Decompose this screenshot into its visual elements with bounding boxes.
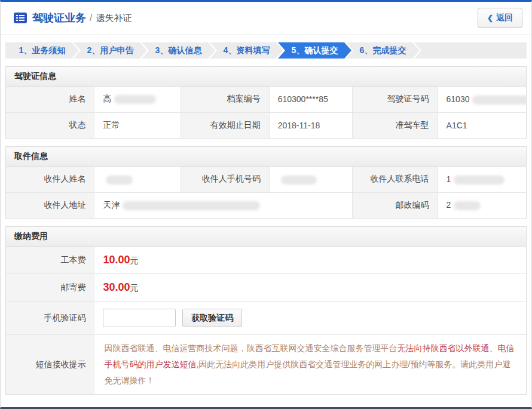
- expiry-label: 有效期止日期: [181, 112, 269, 138]
- name-value: 高: [94, 87, 181, 112]
- step-1-business-notice: 1、业务须知: [5, 42, 79, 59]
- step-5-confirm-submit-active: 5、确认提交: [278, 42, 351, 59]
- pickup-section-title: 取件信息: [6, 147, 526, 167]
- name-value-text: 高: [103, 94, 111, 103]
- recipient-address-value: 天津: [94, 192, 352, 218]
- recipient-mobile-label: 收件人手机号码: [181, 167, 269, 192]
- file-no-label: 档案编号: [181, 87, 269, 112]
- recipient-phone-value: 1: [438, 167, 526, 192]
- redacted-value: [454, 176, 505, 184]
- steps-bar: 1、业务须知 2、用户申告 3、确认信息 4、资料填写 5、确认提交 6、完成提…: [5, 42, 527, 59]
- pickup-info-table: 收件人姓名 收件人手机号码 收件人联系电话 1 收件人地址 天津 邮政编码 2: [6, 167, 526, 218]
- postage-fee-value: 30.00元: [94, 274, 526, 302]
- sms-notice-label: 短信接收提示: [6, 335, 94, 395]
- license-no-value: 61030: [438, 87, 526, 112]
- back-button-label: 返回: [496, 13, 513, 23]
- pickup-info-section: 取件信息 收件人姓名 收件人手机号码 收件人联系电话 1 收件人地址 天津 邮政…: [5, 146, 527, 219]
- recipient-phone-label: 收件人联系电话: [352, 167, 438, 192]
- page-title: 驾驶证业务: [32, 11, 86, 25]
- postal-code-value-text: 2: [447, 200, 451, 210]
- redacted-value: [281, 176, 317, 184]
- step-label: 6、完成提交: [360, 45, 406, 56]
- production-fee-amount: 10.00: [103, 254, 130, 266]
- redacted-value: [123, 201, 260, 210]
- sms-code-input[interactable]: [103, 309, 176, 327]
- vehicle-class-value: A1C1: [438, 112, 526, 138]
- license-section-title: 驾驶证信息: [6, 67, 526, 87]
- recipient-address-label: 收件人地址: [6, 192, 94, 218]
- redacted-value: [472, 96, 526, 104]
- sms-code-label: 手机验证码: [6, 302, 94, 335]
- table-row: 工本费 10.00元: [6, 247, 526, 274]
- sms-code-row: 获取验证码: [94, 302, 526, 335]
- redacted-value: [454, 201, 481, 210]
- footer-actions: 上一步 完成: [1, 395, 531, 409]
- chevron-left-icon: ❮: [487, 14, 493, 22]
- step-2-user-declaration: 2、用户申告: [74, 42, 147, 59]
- sms-notice-text: 因陕西省联通、电信运营商技术问题，陕西省互联网交通安全综合服务管理平台无法向持陕…: [94, 335, 526, 395]
- postage-fee-amount: 30.00: [103, 281, 130, 293]
- sms-notice-part1: 因陕西省联通、电信运营商技术问题，陕西省互联网交通安全综合服务管理平台: [104, 343, 397, 353]
- postal-code-label: 邮政编码: [352, 192, 438, 218]
- postal-code-value: 2: [438, 192, 526, 218]
- recipient-address-value-text: 天津: [103, 200, 120, 210]
- recipient-name-value: [94, 167, 181, 192]
- status-value: 正常: [94, 112, 181, 138]
- vehicle-class-label: 准驾车型: [352, 112, 438, 138]
- table-row: 邮寄费 30.00元: [6, 274, 526, 302]
- production-fee-label: 工本费: [6, 247, 94, 274]
- table-row: 状态 正常 有效期止日期 2018-11-18 准驾车型 A1C1: [6, 112, 526, 138]
- table-row: 姓名 高 档案编号 610300****85 驾驶证号码 61030: [6, 87, 526, 112]
- steps-bar-filler: [414, 42, 527, 59]
- page: 驾驶证业务 / 遗失补证 ❮ 返回 1、业务须知 2、用户申告 3、确认信息 4…: [0, 0, 532, 409]
- table-row: 短信接收提示 因陕西省联通、电信运营商技术问题，陕西省互联网交通安全综合服务管理…: [6, 335, 526, 395]
- header: 驾驶证业务 / 遗失补证 ❮ 返回: [1, 2, 531, 35]
- redacted-value: [114, 95, 156, 104]
- file-no-value: 610300****85: [269, 87, 352, 112]
- license-no-label: 驾驶证号码: [352, 87, 438, 112]
- step-label: 1、业务须知: [19, 45, 66, 56]
- recipient-mobile-value: [269, 167, 352, 192]
- redacted-value: [106, 176, 133, 184]
- production-fee-value: 10.00元: [94, 247, 526, 274]
- recipient-phone-value-text: 1: [447, 174, 451, 184]
- page-subtitle: 遗失补证: [96, 13, 132, 24]
- production-fee-unit: 元: [130, 256, 138, 265]
- license-no-value-text: 61030: [447, 94, 470, 104]
- fees-table: 工本费 10.00元 邮寄费 30.00元 手机验证码 获取验证码 短信接收提: [6, 247, 526, 394]
- postage-fee-unit: 元: [130, 283, 138, 293]
- back-button[interactable]: ❮ 返回: [478, 8, 522, 28]
- step-label: 2、用户申告: [87, 45, 134, 56]
- table-row: 手机验证码 获取验证码: [6, 302, 526, 335]
- breadcrumb-divider: /: [90, 13, 92, 23]
- step-label: 5、确认提交: [292, 45, 338, 56]
- table-row: 收件人地址 天津 邮政编码 2: [6, 192, 526, 218]
- name-label: 姓名: [6, 87, 94, 112]
- step-3-confirm-info: 3、确认信息: [142, 42, 215, 59]
- postage-fee-label: 邮寄费: [6, 274, 94, 302]
- expiry-value: 2018-11-18: [269, 112, 352, 138]
- table-row: 收件人姓名 收件人手机号码 收件人联系电话 1: [6, 167, 526, 192]
- fees-section-title: 缴纳费用: [6, 227, 526, 247]
- license-info-table: 姓名 高 档案编号 610300****85 驾驶证号码 61030 状态 正常…: [6, 87, 526, 138]
- step-6-complete-submit: 6、完成提交: [346, 42, 420, 59]
- get-code-button[interactable]: 获取验证码: [182, 309, 242, 327]
- step-label: 4、资料填写: [224, 45, 270, 56]
- step-label: 3、确认信息: [155, 45, 202, 56]
- list-icon: [14, 13, 27, 23]
- license-info-section: 驾驶证信息 姓名 高 档案编号 610300****85 驾驶证号码 61030…: [5, 66, 527, 139]
- fees-section: 缴纳费用 工本费 10.00元 邮寄费 30.00元 手机验证码: [5, 226, 527, 395]
- status-label: 状态: [6, 112, 94, 138]
- recipient-name-label: 收件人姓名: [6, 167, 94, 192]
- step-4-fill-data: 4、资料填写: [210, 42, 283, 59]
